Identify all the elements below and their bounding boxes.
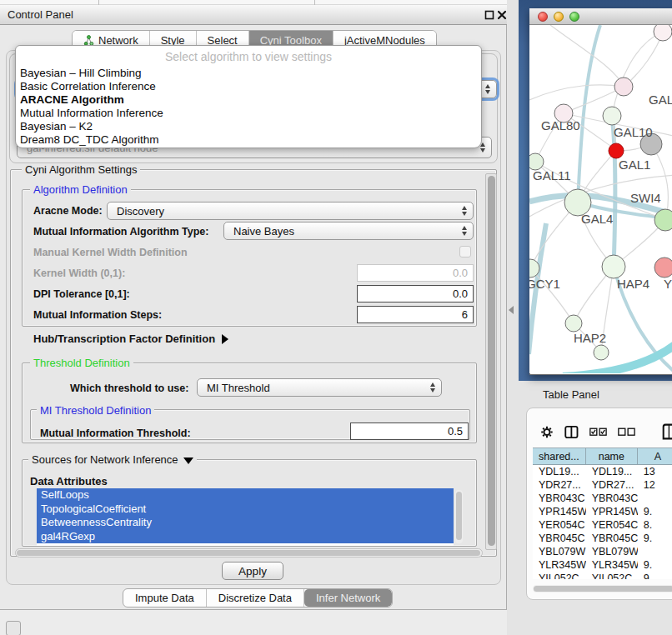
- cell: YBL079W: [586, 545, 638, 558]
- network-node-gal11[interactable]: [529, 153, 544, 170]
- cell: YPR145W: [533, 505, 586, 518]
- svg-text:GCY1: GCY1: [529, 277, 560, 291]
- table-function-icon[interactable]: [662, 422, 672, 441]
- mi-threshold-field[interactable]: 0.5: [350, 422, 469, 440]
- settings-group-title: Cyni Algorithm Settings: [22, 163, 140, 176]
- cell: YBR043C: [586, 492, 638, 505]
- tab-discretize-data[interactable]: Discretize Data: [207, 589, 304, 607]
- cell: YBR045C: [586, 532, 638, 545]
- column-header-shared[interactable]: shared...: [533, 448, 586, 464]
- network-icon: [83, 35, 94, 46]
- close-window-icon[interactable]: [538, 12, 548, 22]
- expand-right-icon: [222, 334, 228, 344]
- dock-mini-button[interactable]: [6, 621, 21, 635]
- table-row[interactable]: YIL052C YIL052C 9: [533, 572, 672, 579]
- network-node-salmon[interactable]: [654, 258, 672, 278]
- zoom-window-icon[interactable]: [569, 12, 579, 22]
- list-item-betweennesscentrality[interactable]: BetweennessCentrality: [37, 516, 454, 530]
- network-node-hap4[interactable]: [602, 255, 625, 278]
- settings-vertical-scrollbar[interactable]: [485, 173, 497, 550]
- network-node[interactable]: [614, 78, 633, 96]
- minimize-window-icon[interactable]: [554, 12, 564, 22]
- tab-infer-network[interactable]: Infer Network: [304, 589, 392, 607]
- close-icon[interactable]: [497, 10, 507, 20]
- column-header-name[interactable]: name: [586, 448, 638, 464]
- network-canvas[interactable]: GAL GAL80 GAL10 GAL1 GAL11 GAL4 SWI4 GCY…: [529, 25, 672, 373]
- dropdown-item-bayesian-k2[interactable]: Bayesian – K2: [16, 120, 481, 133]
- network-window-titlebar: [529, 8, 672, 25]
- cell: YBL079W: [533, 545, 586, 558]
- column-header-partial[interactable]: A: [638, 448, 672, 464]
- dropdown-placeholder: Select algorithm to view settings: [16, 50, 481, 63]
- hub-definition-label: Hub/Transcription Factor Definition: [33, 332, 215, 345]
- list-item-gal4rgexp[interactable]: gal4RGexp: [37, 530, 454, 544]
- table-panel-title: Table Panel: [543, 388, 599, 401]
- svg-text:HAP2: HAP2: [574, 331, 606, 345]
- combo-arrows-icon: [485, 84, 490, 94]
- tab-impute-data[interactable]: Impute Data: [123, 589, 207, 607]
- dropdown-item-mutual-information[interactable]: Mutual Information Inference: [16, 107, 481, 120]
- table-row[interactable]: YBL079W YBL079W: [533, 545, 672, 558]
- network-node[interactable]: [594, 345, 609, 360]
- combo-arrows-icon: [462, 226, 467, 236]
- table-header-row: shared... name A: [533, 448, 672, 465]
- cell: 12: [638, 478, 672, 492]
- algorithm-definition-title: Algorithm Definition: [30, 183, 131, 196]
- which-threshold-label: Which threshold to use:: [70, 382, 188, 394]
- table-row[interactable]: YER054C YER054C 8.: [533, 518, 672, 532]
- dropdown-item-basic-correlation[interactable]: Basic Correlation Inference: [16, 80, 481, 93]
- svg-text:GAL10: GAL10: [614, 125, 653, 139]
- table-row[interactable]: YDR27... YDR27... 12: [533, 478, 672, 492]
- aracne-mode-select[interactable]: Discovery: [107, 202, 474, 220]
- columns-icon[interactable]: [564, 424, 579, 440]
- splitpane-collapse-icon[interactable]: [509, 306, 514, 314]
- cell: YDL19...: [533, 465, 586, 478]
- mi-type-select[interactable]: Naive Bayes: [223, 222, 474, 240]
- network-node-gal10[interactable]: [603, 107, 621, 125]
- select-all-checkboxes-icon[interactable]: [589, 426, 608, 438]
- dpi-tolerance-field[interactable]: 0.0: [357, 285, 474, 302]
- table-row[interactable]: YBR045C YBR045C 9.: [533, 532, 672, 545]
- list-scrollbar[interactable]: [455, 490, 463, 543]
- list-item-selfloops[interactable]: SelfLoops: [37, 488, 454, 502]
- apply-button[interactable]: Apply: [222, 562, 283, 580]
- which-threshold-select[interactable]: MI Threshold: [197, 378, 442, 397]
- mi-steps-field[interactable]: 6: [357, 306, 474, 323]
- network-node[interactable]: [654, 25, 672, 41]
- table-row[interactable]: YBR043C YBR043C: [533, 492, 672, 505]
- data-attributes-label: Data Attributes: [30, 475, 108, 488]
- network-node-gal1-red[interactable]: [609, 143, 624, 158]
- control-panel-titlebar: [0, 5, 507, 25]
- bottom-tabbar: Impute Data Discretize Data Infer Networ…: [123, 588, 393, 608]
- dpi-tolerance-label: DPI Tolerance [0,1]:: [33, 288, 130, 300]
- gear-icon[interactable]: [540, 424, 554, 440]
- network-node-labels: GAL GAL80 GAL10 GAL1 GAL11 GAL4 SWI4 GCY…: [529, 92, 672, 345]
- network-node-swi4[interactable]: [654, 209, 672, 231]
- sources-expander[interactable]: Sources for Network Inference: [28, 453, 197, 466]
- table-horizontal-scrollbar[interactable]: [533, 585, 672, 592]
- dropdown-item-dream8[interactable]: Dream8 DC_TDC Algorithm: [16, 133, 481, 147]
- cell: 9.: [638, 558, 672, 572]
- cell: 8.: [638, 518, 672, 532]
- cell: 9.: [638, 505, 672, 518]
- cell: YIL052C: [586, 572, 638, 579]
- manual-kernel-checkbox[interactable]: [459, 246, 471, 258]
- list-item-topologicalcoefficient[interactable]: TopologicalCoefficient: [37, 502, 454, 517]
- table-row[interactable]: YPR145W YPR145W 9.: [533, 505, 672, 518]
- deselect-all-checkboxes-icon[interactable]: [618, 426, 636, 438]
- hub-definition-expander[interactable]: Hub/Transcription Factor Definition: [33, 332, 228, 345]
- table-row[interactable]: YDL19... YDL19... 13: [533, 465, 672, 478]
- dropdown-item-bayesian-hill-climbing[interactable]: Bayesian – Hill Climbing: [16, 67, 481, 80]
- settings-horizontal-scrollbar[interactable]: [15, 548, 483, 558]
- network-edges: [529, 25, 672, 352]
- table-row[interactable]: YLR345W YLR345W 9.: [533, 558, 672, 572]
- svg-text:SWI4: SWI4: [630, 191, 661, 205]
- network-node-hap2[interactable]: [565, 315, 582, 332]
- dropdown-item-aracne[interactable]: ARACNE Algorithm: [16, 93, 481, 107]
- mi-threshold-label: Mutual Information Threshold:: [40, 428, 191, 439]
- cell: YDR27...: [533, 478, 586, 492]
- which-threshold-value: MI Threshold: [207, 382, 270, 394]
- kernel-width-field[interactable]: 0.0: [357, 264, 474, 282]
- float-window-icon[interactable]: [484, 10, 494, 20]
- cell: YBR043C: [533, 492, 586, 505]
